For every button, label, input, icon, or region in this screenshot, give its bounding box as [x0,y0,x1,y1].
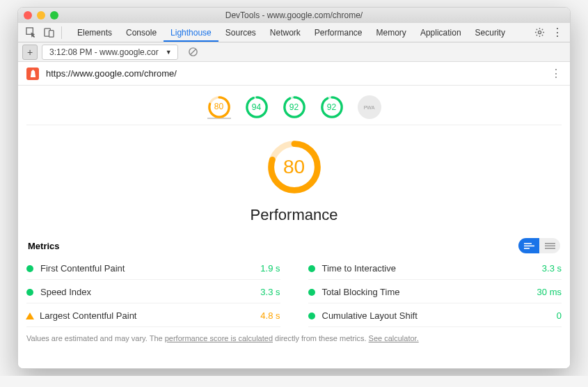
metric-label: Largest Contentful Paint [40,310,260,321]
metric-row: Total Blocking Time30 ms [308,281,562,303]
settings-gear-icon[interactable] [531,24,548,41]
url-bar: https://www.google.com/chrome/ ⋮ [18,62,570,86]
svg-rect-20 [545,245,555,246]
report-selector-label: 3:12:08 PM - www.google.cor [49,47,159,57]
window-title: DevTools - www.google.com/chrome/ [18,10,570,20]
tab-console[interactable]: Console [119,24,164,42]
clear-icon[interactable] [185,44,202,61]
tab-memory[interactable]: Memory [370,24,413,42]
more-menu-icon[interactable]: ⋮ [549,24,566,41]
tab-lighthouse[interactable]: Lighthouse [164,24,218,42]
pass-dot-icon [308,265,315,272]
element-picker-icon[interactable] [22,24,39,41]
metric-value: 3.3 s [542,263,562,274]
score-strip: 80949292PWA [26,86,562,125]
metric-value: 0 [557,310,562,321]
metrics-grid: First Contentful Paint1.9 sTime to Inter… [26,258,562,327]
metric-row: Speed Index3.3 s [26,281,280,303]
tab-network[interactable]: Network [263,24,308,42]
device-toggle-icon[interactable] [40,24,57,41]
report-content: 80949292PWA 80 Performance Metrics [18,86,570,368]
svg-rect-18 [524,248,530,249]
page-url: https://www.google.com/chrome/ [46,68,543,79]
devtools-toolbar: ElementsConsoleLighthouseSourcesNetworkP… [18,23,570,42]
svg-rect-2 [49,31,54,37]
titlebar: DevTools - www.google.com/chrome/ [18,8,570,23]
tab-security[interactable]: Security [468,24,512,42]
main-score-value: 80 [267,139,322,195]
metric-row: First Contentful Paint1.9 s [26,258,280,280]
view-expanded-button[interactable] [518,238,539,253]
footnote-text: Values are estimated and may vary. The [26,334,165,342]
url-more-icon[interactable]: ⋮ [550,67,562,80]
pass-dot-icon [26,289,33,296]
tab-sources[interactable]: Sources [218,24,263,42]
devtools-window: DevTools - www.google.com/chrome/ Elemen… [17,7,571,369]
secondary-toolbar: + 3:12:08 PM - www.google.cor ▼ [18,42,570,62]
pass-dot-icon [308,289,315,296]
metric-value: 4.8 s [260,310,280,321]
footnote-calc-link[interactable]: performance score is calculated [165,334,273,342]
metric-label: Cumulative Layout Shift [322,310,557,321]
svg-rect-17 [524,245,534,246]
metrics-view-toggle [518,238,560,253]
metrics-footnote: Values are estimated and may vary. The p… [26,327,562,347]
metric-value: 30 ms [537,287,562,297]
tab-performance[interactable]: Performance [308,24,370,42]
category-title: Performance [26,206,562,224]
report-selector[interactable]: 3:12:08 PM - www.google.cor ▼ [42,45,178,60]
metrics-section: Metrics First Contentful Paint1.9 sTime … [26,228,562,347]
metric-label: First Contentful Paint [40,263,260,274]
svg-rect-19 [545,243,555,244]
tab-elements[interactable]: Elements [70,24,119,42]
metric-label: Total Blocking Time [322,287,537,297]
footnote-seecalc-link[interactable]: See calculator. [369,334,419,342]
category-gauge-0[interactable]: 80 [207,95,231,119]
pass-dot-icon [308,313,315,319]
view-compact-button[interactable] [539,238,560,253]
tab-application[interactable]: Application [413,24,468,42]
pass-dot-icon [26,265,33,272]
performance-gauge: 80 Performance [26,125,562,228]
metric-label: Speed Index [40,287,260,297]
metric-value: 1.9 s [260,263,280,274]
category-gauge-1[interactable]: 94 [245,95,269,119]
metrics-heading: Metrics [28,241,60,251]
svg-rect-16 [524,243,532,244]
category-gauge-3[interactable]: 92 [320,95,344,119]
warning-triangle-icon [26,313,34,319]
main-score-ring: 80 [267,139,322,195]
metric-label: Time to Interactive [322,263,542,274]
metric-row: Largest Contentful Paint4.8 s [26,305,280,327]
lighthouse-badge-icon [26,68,39,80]
svg-rect-21 [545,248,555,248]
svg-line-5 [191,49,196,55]
metric-row: Time to Interactive3.3 s [308,258,562,280]
divider [61,26,62,39]
panel-tabs: ElementsConsoleLighthouseSourcesNetworkP… [66,24,512,42]
svg-point-3 [538,31,541,33]
metric-value: 3.3 s [260,287,280,297]
category-gauge-2[interactable]: 92 [283,95,306,119]
pwa-chip[interactable]: PWA [358,95,381,119]
metric-row: Cumulative Layout Shift0 [308,305,562,327]
chevron-down-icon: ▼ [166,49,172,56]
new-report-button[interactable]: + [22,45,38,60]
footnote-text: directly from these metrics. [273,334,369,342]
